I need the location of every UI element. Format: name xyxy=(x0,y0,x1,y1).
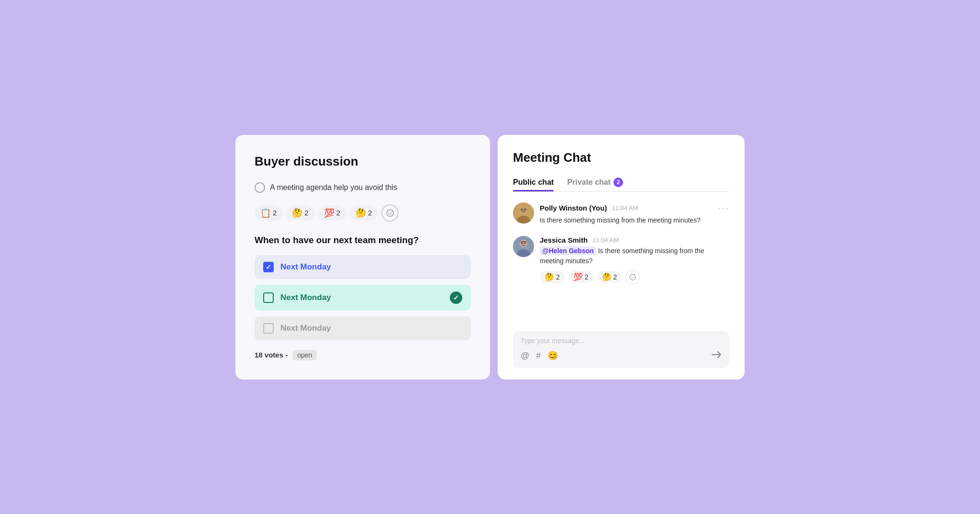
checkbox-teal[interactable] xyxy=(263,292,274,303)
hundred-count: 2 xyxy=(336,209,340,217)
right-panel: Meeting Chat Public chat Private chat 2 xyxy=(498,135,745,380)
svg-point-18 xyxy=(632,276,632,276)
svg-point-16 xyxy=(524,242,526,244)
messages-area: Polly Winston (You) 11:04 AM ··· Is ther… xyxy=(513,202,729,324)
poll-option-1[interactable]: Next Monday xyxy=(255,255,471,279)
hundred-icon: 💯 xyxy=(324,208,334,218)
agenda-text: A meeting agenda help you avoid this xyxy=(270,183,397,192)
msg-header-jessica: Jessica Smith 11:04 AM xyxy=(540,236,729,244)
think-count-2: 2 xyxy=(368,209,372,217)
copy-icon: 📋 xyxy=(260,208,271,218)
mention-helen[interactable]: @Helen Gebson xyxy=(540,246,596,255)
svg-point-7 xyxy=(522,209,523,210)
msg-content-jessica: Jessica Smith 11:04 AM @Helen Gebson Is … xyxy=(540,236,729,284)
avatar-polly xyxy=(513,202,534,223)
sender-name-polly: Polly Winston (You) xyxy=(540,204,607,212)
emoji-badge-100[interactable]: 💯 2 xyxy=(318,205,346,221)
avatar-jessica xyxy=(513,236,534,257)
chat-title: Meeting Chat xyxy=(513,150,729,165)
status-badge: open xyxy=(292,350,317,360)
svg-point-6 xyxy=(520,207,527,213)
checkbox-checked-blue[interactable] xyxy=(263,262,274,272)
hashtag-button[interactable]: # xyxy=(536,351,541,361)
svg-point-19 xyxy=(634,276,634,276)
tab-public-label: Public chat xyxy=(513,178,554,187)
confirm-check-icon: ✓ xyxy=(450,291,462,304)
app-container: Buyer discussion A meeting agenda help y… xyxy=(227,126,753,388)
tab-private-chat[interactable]: Private chat 2 xyxy=(567,174,623,191)
send-button[interactable] xyxy=(711,349,722,362)
reaction-think-count: 2 xyxy=(556,273,560,281)
reaction-100-icon: 💯 xyxy=(573,272,583,281)
tab-private-label: Private chat xyxy=(567,178,611,187)
input-tools-row: @ # 😊 xyxy=(521,349,722,362)
tab-public-chat[interactable]: Public chat xyxy=(513,174,554,190)
svg-point-15 xyxy=(522,242,523,244)
reaction-think2[interactable]: 🤔 2 xyxy=(597,271,622,283)
emoji-reactions-row: 📋 2 🤔 2 💯 2 🤔 2 xyxy=(255,204,471,222)
msg-time-jessica: 11:04 AM xyxy=(592,236,619,244)
reaction-think2-icon: 🤔 xyxy=(602,272,612,281)
think-icon-2: 🤔 xyxy=(356,208,366,218)
reaction-think2-count: 2 xyxy=(613,273,617,281)
panels-container: Buyer discussion A meeting agenda help y… xyxy=(235,135,745,380)
emoji-picker-button[interactable]: 😊 xyxy=(547,350,558,361)
private-chat-badge: 2 xyxy=(613,178,623,187)
think-icon-1: 🤔 xyxy=(292,208,302,218)
msg-header-polly: Polly Winston (You) 11:04 AM ··· xyxy=(540,202,729,213)
svg-point-8 xyxy=(524,209,526,210)
msg-text-polly: Is there something missing from the meet… xyxy=(540,215,729,225)
votes-row: 18 votes - open xyxy=(255,350,471,360)
think-count-1: 2 xyxy=(304,209,308,217)
poll-option-1-label: Next Monday xyxy=(280,262,331,272)
votes-text: 18 votes - xyxy=(255,351,288,359)
message-jessica: Jessica Smith 11:04 AM @Helen Gebson Is … xyxy=(513,236,729,284)
reaction-100[interactable]: 💯 2 xyxy=(568,271,593,283)
emoji-badge-think1[interactable]: 🤔 2 xyxy=(286,205,314,221)
agenda-row: A meeting agenda help you avoid this xyxy=(255,182,471,193)
poll-question: When to have our next team meeting? xyxy=(255,235,471,246)
msg-text-jessica: @Helen Gebson Is there something missing… xyxy=(540,246,729,266)
msg-content-polly: Polly Winston (You) 11:04 AM ··· Is ther… xyxy=(540,202,729,225)
input-placeholder[interactable]: Type your message... xyxy=(521,337,722,345)
emoji-badge-think2[interactable]: 🤔 2 xyxy=(350,205,378,221)
reaction-think[interactable]: 🤔 2 xyxy=(540,271,565,283)
message-polly: Polly Winston (You) 11:04 AM ··· Is ther… xyxy=(513,202,729,225)
left-panel: Buyer discussion A meeting agenda help y… xyxy=(235,135,490,380)
poll-option-2[interactable]: Next Monday ✓ xyxy=(255,285,471,311)
msg-reactions-jessica: 🤔 2 💯 2 🤔 2 xyxy=(540,270,729,284)
poll-option-3-label: Next Monday xyxy=(280,324,331,333)
svg-point-1 xyxy=(389,212,390,212)
poll-option-3[interactable]: Next Monday xyxy=(255,316,471,340)
copy-count: 2 xyxy=(273,209,277,217)
msg-time-polly: 11:04 AM xyxy=(612,204,638,212)
emoji-badge-copy[interactable]: 📋 2 xyxy=(255,205,282,221)
checkbox-gray[interactable] xyxy=(263,323,274,334)
poll-option-2-label: Next Monday xyxy=(280,293,331,302)
add-emoji-button[interactable] xyxy=(381,204,399,222)
panel-title: Buyer discussion xyxy=(255,154,471,169)
reaction-100-count: 2 xyxy=(585,273,589,281)
add-reaction-button[interactable] xyxy=(625,270,640,284)
msg-more-button-polly[interactable]: ··· xyxy=(718,202,729,213)
sender-name-jessica: Jessica Smith xyxy=(540,236,588,244)
message-input-area: Type your message... @ # 😊 xyxy=(513,331,729,368)
radio-button[interactable] xyxy=(255,182,265,193)
svg-point-2 xyxy=(391,212,392,212)
tabs-row: Public chat Private chat 2 xyxy=(513,174,729,192)
mention-button[interactable]: @ xyxy=(521,351,529,361)
reaction-think-icon: 🤔 xyxy=(545,272,554,281)
